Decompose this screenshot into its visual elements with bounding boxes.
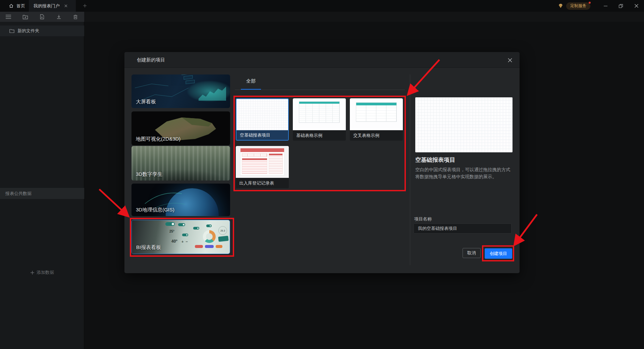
bar-orange: [216, 245, 222, 248]
annotation-arrow-bi-card: [99, 189, 128, 216]
tab-all[interactable]: 全部: [241, 78, 261, 84]
folder-item-label: 新的文件夹: [17, 28, 39, 34]
folder-plus-icon: [22, 14, 28, 19]
toolbar-strip: [84, 12, 644, 22]
file-plus-icon: [40, 14, 44, 19]
bi-temp-small: 25°: [169, 230, 174, 233]
minimize-button[interactable]: [598, 0, 613, 12]
template-label: 交叉表格示例: [350, 130, 403, 141]
category-label: 地图可视化(2D&3D): [136, 136, 180, 142]
gem-icon: [558, 3, 564, 8]
hamburger-icon: [5, 14, 11, 19]
category-label: 3D地理信息(GIS): [136, 207, 174, 213]
toggle-graphic: [178, 223, 185, 226]
folder-icon: [9, 29, 14, 33]
bi-plus-minus: + −: [181, 240, 188, 244]
tab-close-icon[interactable]: [64, 4, 67, 7]
category-card-gis[interactable]: 3D地理信息(GIS): [131, 184, 230, 216]
category-label: 3D数字孪生: [136, 171, 162, 178]
new-tab-button[interactable]: [83, 3, 87, 8]
home-icon: [9, 3, 14, 8]
file-toolbar: [0, 12, 84, 22]
category-label: BI报表看板: [136, 244, 161, 251]
plus-icon: [30, 270, 35, 275]
trash-icon: [73, 14, 78, 19]
project-name-label: 项目名称: [414, 216, 432, 222]
new-file-button[interactable]: [34, 12, 50, 22]
sidebar-section-public-data[interactable]: 报表公共数据: [0, 188, 84, 199]
bar-red: [195, 245, 203, 248]
minimize-icon: [603, 4, 608, 8]
template-preview-basic-table: [293, 98, 346, 130]
dashboard-graphic: [240, 148, 284, 175]
tab-home[interactable]: 首页: [4, 0, 30, 12]
bi-temp-large: 40°: [171, 239, 177, 244]
template-label: 出入库登记记录表: [236, 178, 289, 188]
public-data-label: 报表公共数据: [5, 191, 32, 197]
create-project-button[interactable]: 创建项目: [485, 248, 512, 259]
detail-title: 空基础报表项目: [415, 156, 455, 164]
new-folder-button[interactable]: [17, 12, 34, 22]
modal-header: 创建新的项目: [124, 52, 520, 68]
project-name-input[interactable]: [414, 223, 512, 234]
template-card-warehouse-record[interactable]: 出入库登记记录表: [236, 146, 289, 188]
download-button[interactable]: [50, 12, 67, 22]
close-icon: [634, 4, 639, 8]
maximize-icon: [619, 4, 623, 8]
toggle-graphic: [193, 227, 199, 230]
template-label: 空基础报表项目: [236, 130, 288, 140]
template-card-basic-table[interactable]: 基础表格示例: [293, 98, 346, 141]
window-top-bar: 首页 我的报表门户 定制服务: [0, 0, 644, 12]
plus-icon: [83, 3, 87, 8]
sidebar: 新的文件夹 报表公共数据 添加数据: [0, 22, 84, 349]
gauge-graphic: 25.3: [218, 226, 227, 235]
category-card-bi-dashboard[interactable]: 25° 40° + − 25.3 BI报表看板: [131, 220, 230, 254]
category-card-bigscreen[interactable]: 大屏看板: [131, 74, 230, 108]
divider: [235, 90, 405, 90]
table-graphic: [356, 102, 397, 122]
menu-button[interactable]: [0, 12, 17, 22]
template-preview-warehouse: [236, 146, 289, 178]
template-preview-empty-grid: [236, 99, 288, 130]
detail-description: 空白的中国式报表项目，可以通过拖拉拽的方式将数据拖拽导单元格中实现数据的展示。: [415, 166, 514, 180]
category-card-map[interactable]: 地图可视化(2D&3D): [131, 111, 230, 145]
notification-dot: [589, 2, 591, 4]
tab-report-portal-label: 我的报表门户: [34, 3, 60, 9]
template-preview-cross-table: [350, 98, 403, 130]
detail-preview-image: [415, 97, 513, 152]
cancel-button[interactable]: 取消: [463, 248, 481, 258]
tab-home-label: 首页: [16, 3, 25, 9]
table-graphic: [299, 101, 340, 123]
delete-button[interactable]: [67, 12, 84, 22]
window-controls: 定制服务: [558, 0, 644, 12]
tab-report-portal[interactable]: 我的报表门户: [29, 0, 76, 12]
toggle-graphic: [206, 225, 212, 227]
template-label: 基础表格示例: [293, 130, 346, 141]
modal-title: 创建新的项目: [137, 57, 165, 63]
category-label: 大屏看板: [136, 99, 156, 105]
template-card-empty-report[interactable]: 空基础报表项目: [236, 98, 289, 141]
teal-card-graphic: [218, 236, 228, 242]
close-icon: [507, 58, 513, 63]
modal-close-button[interactable]: [505, 56, 515, 64]
donut-chart-graphic: [203, 230, 216, 243]
sidebar-item-new-folder[interactable]: 新的文件夹: [0, 26, 84, 36]
add-data-label: 添加数据: [37, 269, 54, 276]
close-window-button[interactable]: [629, 0, 644, 12]
add-data-button[interactable]: 添加数据: [0, 269, 84, 276]
bar-indigo: [205, 245, 214, 248]
divider: [410, 74, 410, 265]
custom-service-badge[interactable]: 定制服务: [566, 2, 590, 10]
custom-service-label: 定制服务: [570, 3, 586, 9]
download-icon: [56, 14, 61, 19]
maximize-button[interactable]: [613, 0, 629, 12]
toggle-graphic: [165, 222, 175, 226]
template-card-cross-table[interactable]: 交叉表格示例: [350, 98, 403, 141]
toggle-graphic: [182, 234, 188, 236]
category-card-digital-twin[interactable]: 3D数字孪生: [131, 146, 230, 181]
create-project-modal: 创建新的项目 大屏看板: [124, 52, 520, 273]
app-window: 首页 我的报表门户 定制服务: [0, 0, 644, 349]
